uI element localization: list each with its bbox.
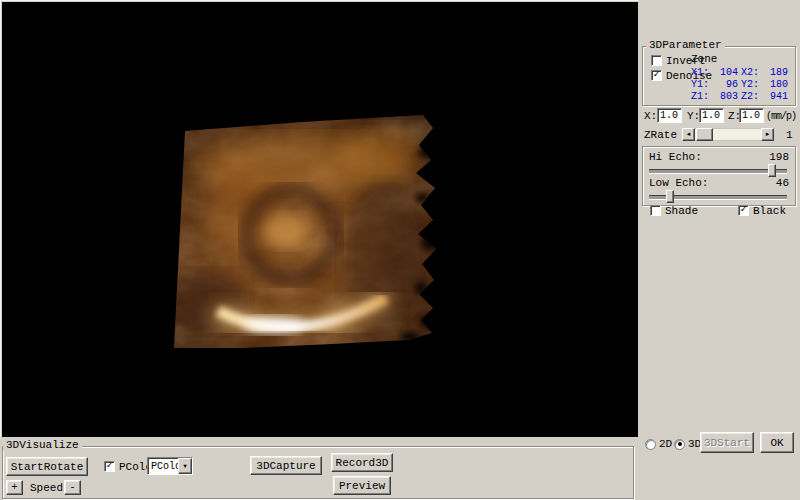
parameter-panel: 3DParameter Invert ✓ Denoise Zone X1: 10…	[638, 0, 800, 500]
ok-button[interactable]: OK	[760, 432, 794, 453]
visualize-bar: 3DVisualize StartRotate + Speed - ✓ PCol…	[0, 437, 638, 500]
scale-unit-label: (mm/p)	[766, 111, 796, 122]
scroll-right-icon[interactable]: ►	[761, 128, 774, 141]
scroll-left-icon[interactable]: ◄	[682, 128, 695, 141]
param-groupbox: 3DParameter Invert ✓ Denoise Zone X1: 10…	[642, 46, 796, 106]
zone-z1-label: Z1:	[691, 91, 713, 102]
zone-z2-label: Z2:	[741, 91, 765, 102]
record3d-button[interactable]: Record3D	[331, 453, 393, 472]
ultrasound-3d-render	[2, 2, 638, 437]
speed-label: Speed	[30, 482, 63, 494]
low-echo-slider-thumb[interactable]	[666, 190, 674, 203]
radio-3d-circle	[674, 439, 685, 450]
hi-echo-label: Hi Echo:	[649, 151, 702, 163]
visualize-group-title: 3DVisualize	[3, 439, 82, 451]
radio-3d-dot	[678, 442, 682, 446]
zone-x1-label: X1:	[691, 67, 713, 78]
hi-echo-slider-track[interactable]	[649, 169, 787, 174]
shade-checkbox[interactable]: Shade	[650, 204, 698, 217]
zone-y2-label: Y2:	[741, 79, 765, 90]
speed-minus-button[interactable]: -	[64, 480, 81, 495]
radio-2d-label: 2D	[659, 438, 672, 450]
param-group-title: 3DParameter	[646, 39, 725, 51]
hi-echo-slider-thumb[interactable]	[768, 164, 776, 177]
black-checkbox[interactable]: ✓ Black	[738, 204, 786, 217]
zone-y1-value: 96	[713, 79, 741, 90]
zrate-value: 1	[786, 129, 793, 141]
shade-checkbox-box	[650, 205, 661, 216]
black-label: Black	[753, 205, 786, 217]
invert-checkbox-box	[651, 55, 662, 66]
pcolor-combo-value: PColor	[148, 461, 178, 472]
zrate-scrollbar-thumb[interactable]	[696, 128, 713, 141]
preview-button[interactable]: Preview	[333, 476, 391, 495]
zone-x1-value: 104	[713, 67, 741, 78]
low-echo-label: Low Echo:	[649, 177, 708, 189]
scale-row: X: Y: Z: (mm/p)	[638, 108, 800, 126]
y-scale-input[interactable]	[699, 108, 724, 123]
pcolor-combo[interactable]: PColor ▼	[147, 457, 193, 475]
scroll-left-glyph: ◄	[687, 131, 691, 138]
zrate-label: ZRate	[644, 129, 677, 141]
start-rotate-button[interactable]: StartRotate	[6, 457, 88, 476]
echo-groupbox: Hi Echo: 198 Low Echo: 46	[642, 146, 796, 206]
hi-echo-slider[interactable]	[649, 164, 787, 177]
zone-z2-value: 941	[765, 91, 791, 102]
speed-plus-button[interactable]: +	[6, 480, 23, 495]
pcolor-checkbox-box: ✓	[104, 461, 115, 472]
zrate-scrollbar[interactable]: ◄ ►	[682, 128, 774, 141]
low-echo-value: 46	[776, 177, 789, 189]
chevron-down-icon[interactable]: ▼	[178, 458, 192, 474]
hi-echo-value: 198	[769, 151, 789, 163]
z-scale-input[interactable]	[739, 108, 764, 123]
dropdown-glyph: ▼	[183, 463, 187, 470]
zone-values: X1: 104 X2: 189 Y1: 96 Y2: 180 Z1: 803 Z…	[691, 67, 791, 102]
radio-3d[interactable]: 3D	[674, 438, 701, 450]
zone-z1-value: 803	[713, 91, 741, 102]
zone-y1-label: Y1:	[691, 79, 713, 90]
check-icon: ✓	[653, 70, 659, 80]
zone-x2-label: X2:	[741, 67, 765, 78]
zone-y2-value: 180	[765, 79, 791, 90]
x-scale-input[interactable]	[657, 108, 682, 123]
zrate-row: ZRate ◄ ► 1	[638, 128, 800, 142]
zone-x2-value: 189	[765, 67, 791, 78]
x-scale-label: X:	[644, 110, 657, 122]
shade-label: Shade	[665, 205, 698, 217]
radio-2d[interactable]: 2D	[645, 438, 672, 450]
3dcapture-button[interactable]: 3DCapture	[250, 456, 322, 475]
app-window: 3DParameter Invert ✓ Denoise Zone X1: 10…	[0, 0, 800, 500]
3dstart-button[interactable]: 3DStart	[700, 432, 754, 453]
zone-title: Zone	[691, 53, 717, 65]
scroll-right-glyph: ►	[766, 131, 770, 138]
check-icon: ✓	[740, 205, 746, 215]
denoise-checkbox-box: ✓	[651, 70, 662, 81]
render-viewport[interactable]	[2, 2, 638, 437]
radio-2d-circle	[645, 439, 656, 450]
black-checkbox-box: ✓	[738, 205, 749, 216]
low-echo-slider[interactable]	[649, 190, 787, 203]
check-icon: ✓	[106, 461, 112, 471]
